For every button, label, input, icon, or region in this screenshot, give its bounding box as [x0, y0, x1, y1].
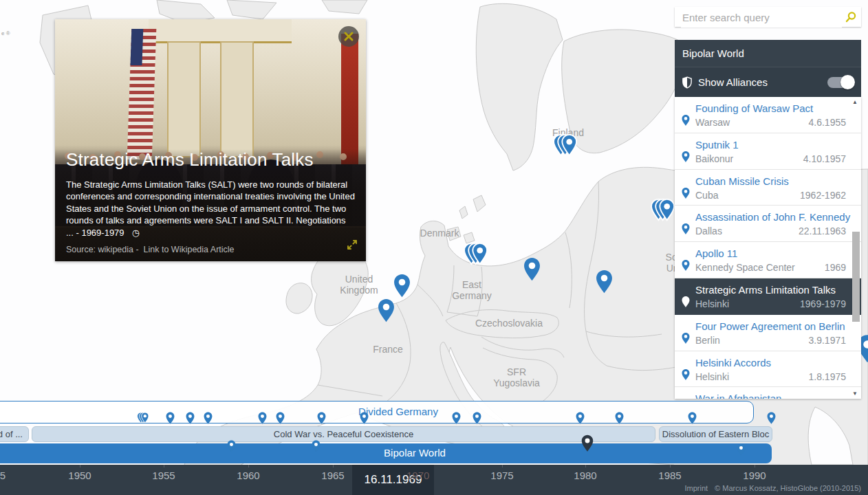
photo-door: [167, 41, 202, 157]
map-label-sfr-yugoslavia: SFR Yugoslavia: [493, 366, 540, 388]
event-date: 4.10.1957: [803, 153, 846, 164]
map-label-czechoslovakia: Czechoslovakia: [475, 318, 543, 329]
event-title[interactable]: Assassination of John F. Kennedy: [695, 211, 854, 223]
map-pin-minsk[interactable]: [596, 270, 613, 294]
map-pin-warsaw[interactable]: [523, 257, 541, 281]
timeline-event-pin[interactable]: [615, 412, 624, 424]
timeline-event-pin[interactable]: [258, 412, 267, 424]
timeline-event-pin[interactable]: [312, 440, 321, 452]
event-title[interactable]: War in Afghanistan: [695, 393, 854, 399]
timeline-event-pin[interactable]: [186, 412, 195, 424]
pin-icon: [682, 253, 690, 278]
map-pin-paris[interactable]: [378, 298, 395, 322]
popup-title: Strategic Arms Limitation Talks: [66, 149, 355, 170]
map-pin-cluster-helsinki[interactable]: [552, 133, 578, 157]
timeline-event-pin[interactable]: [688, 412, 697, 424]
event-row-selected[interactable]: Strategic Arms Limitation Talks Helsinki…: [675, 278, 861, 315]
timeline-event-pin[interactable]: [317, 412, 326, 424]
year-label: 1975: [481, 470, 523, 481]
show-alliances-row[interactable]: Show Alliances: [675, 67, 861, 97]
timeline-event-pin[interactable]: [276, 412, 285, 424]
alliances-toggle[interactable]: [827, 77, 854, 88]
event-title[interactable]: Four Power Agreement on Berlin: [695, 320, 854, 332]
event-title[interactable]: Strategic Arms Limitation Talks: [695, 284, 854, 296]
event-row[interactable]: Helsinki Accords Helsinki1.8.1975: [675, 351, 861, 388]
year-tick: [670, 465, 671, 468]
map-label-east-germany: East Germany: [452, 279, 492, 301]
photo-us-flag-canton: [131, 29, 144, 65]
event-row[interactable]: Cuban Missile Crisis Cuba1962-1962: [675, 170, 861, 206]
map-watermark: e ®: [1, 30, 10, 36]
event-title[interactable]: Sputnik 1: [695, 139, 854, 151]
close-button[interactable]: [338, 26, 359, 47]
scroll-down-arrow[interactable]: ▼: [851, 390, 859, 397]
search-input[interactable]: [681, 8, 842, 28]
timeline-selected-event-pin[interactable]: [581, 434, 594, 452]
year-tick: [502, 465, 503, 468]
year-label: 1950: [59, 470, 100, 481]
era-label-divided-germany: Divided Germany: [358, 406, 438, 417]
timeline-event-pin[interactable]: [360, 412, 369, 424]
map-pin-cluster-moscow[interactable]: [649, 198, 675, 221]
timeline-pin-cluster[interactable]: [133, 412, 149, 424]
event-title[interactable]: Founding of Warsaw Pact: [695, 102, 854, 114]
close-icon: [344, 32, 354, 41]
year-label: 1960: [228, 470, 269, 481]
event-location: Kennedy Space Center: [695, 262, 795, 273]
event-row[interactable]: Founding of Warsaw Pact Warsaw4.6.1955: [675, 97, 861, 133]
popup-description: The Strategic Arms Limitation Talks (SAL…: [66, 179, 355, 239]
expand-button[interactable]: [347, 239, 358, 253]
toggle-knob[interactable]: [840, 75, 855, 89]
event-row[interactable]: Four Power Agreement on Berlin Berlin3.9…: [675, 315, 861, 351]
timeline-event-pin[interactable]: [767, 412, 776, 424]
event-date: 3.9.1971: [809, 335, 847, 346]
shield-icon: [682, 76, 692, 89]
year-label-overlapped: 1970: [406, 470, 429, 481]
event-list: Founding of Warsaw Pact Warsaw4.6.1955 S…: [675, 97, 861, 399]
pin-icon: [682, 362, 690, 387]
timeline-event-pin[interactable]: [576, 412, 585, 424]
popup-source: Source: wikipedia - Link to Wikipedia Ar…: [66, 245, 355, 254]
wikipedia-link[interactable]: Link to Wikipedia Article: [144, 245, 235, 254]
event-row[interactable]: Sputnik 1 Baikonur4.10.1957: [675, 133, 861, 170]
event-title[interactable]: Helsinki Accords: [695, 357, 854, 368]
timeline-event-pin[interactable]: [737, 443, 746, 456]
pin-icon: [682, 398, 690, 399]
timeline-event-pin[interactable]: [473, 412, 481, 424]
event-location: Warsaw: [695, 117, 730, 128]
search-bar: [675, 7, 861, 27]
year-label: 1990: [734, 470, 775, 481]
map-pin-brussels[interactable]: [393, 274, 411, 298]
photo-doorframe: [149, 19, 292, 43]
timeline-event-pin[interactable]: [204, 412, 213, 424]
timeline-event-pin[interactable]: [452, 412, 461, 424]
era-bar-dissolution[interactable]: Dissolution of Eastern Bloc: [659, 426, 772, 442]
panel-title: Bipolar World: [675, 40, 861, 67]
pin-icon: [682, 144, 690, 169]
search-icon[interactable]: [845, 12, 856, 23]
year-label: 1985: [649, 470, 691, 481]
timeline-event-pin[interactable]: [227, 440, 236, 452]
event-location: Dallas: [695, 226, 722, 236]
pin-icon: [682, 289, 690, 314]
map-pin-cluster-berlin[interactable]: [462, 242, 488, 265]
timeline-event-pin[interactable]: [166, 412, 175, 424]
event-location: Berlin: [695, 335, 720, 346]
event-location: Baikonur: [695, 153, 733, 164]
event-title[interactable]: Apollo 11: [695, 248, 854, 259]
event-row[interactable]: War in Afghanistan: [675, 387, 861, 399]
era-bar-end-of[interactable]: nd of ...: [0, 426, 29, 442]
scrollbar-thumb[interactable]: [852, 232, 860, 322]
imprint-link[interactable]: Imprint: [684, 484, 708, 492]
event-date: 1969-1979: [800, 298, 846, 309]
year-tick: [585, 465, 586, 468]
event-title[interactable]: Cuban Missile Crisis: [695, 175, 854, 187]
event-row[interactable]: Assassination of John F. Kennedy Dallas2…: [675, 206, 861, 242]
era-bar-cold-war[interactable]: Cold War vs. Peaceful Coexistence: [32, 426, 655, 442]
pin-icon: [682, 108, 690, 133]
expand-icon: [347, 239, 358, 250]
show-alliances-label: Show Alliances: [698, 76, 768, 88]
event-row[interactable]: Apollo 11 Kennedy Space Center1969: [675, 242, 861, 278]
event-date: 22.11.1963: [799, 226, 846, 236]
scroll-up-arrow[interactable]: ▲: [851, 99, 859, 105]
